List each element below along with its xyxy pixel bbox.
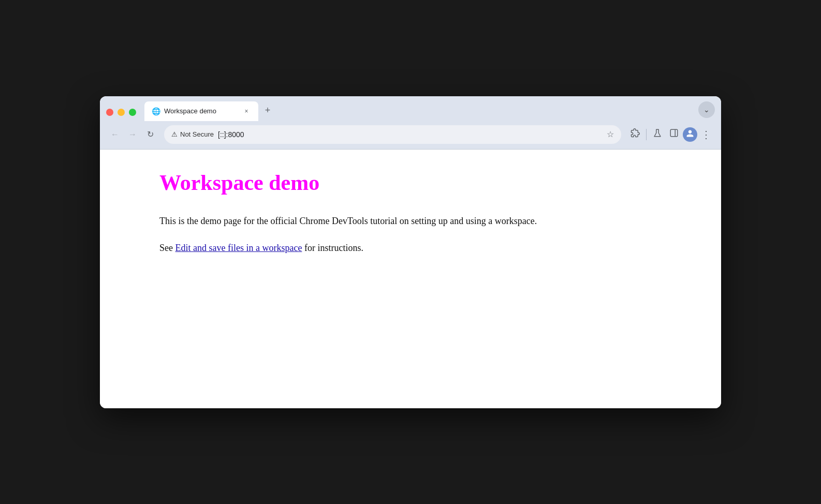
back-button[interactable]: ← [107, 127, 123, 142]
url-text[interactable]: [::]:8000 [218, 130, 603, 139]
reload-button[interactable]: ↻ [142, 127, 158, 142]
bookmark-icon[interactable]: ☆ [607, 129, 614, 139]
page-content: Workspace demo This is the demo page for… [100, 150, 721, 408]
link-suffix: for instructions. [302, 243, 363, 253]
back-icon: ← [111, 130, 119, 139]
sidebar-icon [669, 128, 679, 140]
page-link-paragraph: See Edit and save files in a workspace f… [159, 241, 700, 256]
page-title: Workspace demo [159, 170, 700, 195]
toolbar-divider [646, 129, 647, 140]
new-tab-button[interactable]: + [260, 103, 275, 118]
page-description: This is the demo page for the official C… [159, 214, 700, 229]
lab-icon [653, 128, 662, 140]
minimize-traffic-light[interactable] [118, 109, 125, 116]
security-label: Not Secure [180, 130, 214, 138]
close-traffic-light[interactable] [106, 109, 113, 116]
traffic-lights [106, 109, 136, 121]
active-tab[interactable]: 🌐 Workspace demo × [144, 101, 258, 121]
warning-icon: ⚠ [171, 130, 178, 138]
tab-row: 🌐 Workspace demo × + ⌄ [100, 96, 721, 121]
menu-button[interactable]: ⋮ [698, 127, 714, 142]
link-prefix: See [159, 243, 175, 253]
svg-rect-0 [670, 129, 678, 137]
tab-close-button[interactable]: × [242, 107, 251, 116]
browser-window: 🌐 Workspace demo × + ⌄ ← → ↻ ⚠ [100, 96, 721, 408]
workspace-link[interactable]: Edit and save files in a workspace [175, 243, 302, 253]
address-bar-row: ← → ↻ ⚠ Not Secure [::]:8000 ☆ [100, 121, 721, 149]
extensions-icon [631, 128, 640, 140]
address-bar[interactable]: ⚠ Not Secure [::]:8000 ☆ [164, 125, 621, 144]
profile-button[interactable] [683, 127, 697, 142]
sidebar-button[interactable] [666, 127, 682, 142]
profile-icon [686, 129, 694, 140]
maximize-traffic-light[interactable] [129, 109, 136, 116]
tab-title: Workspace demo [164, 107, 238, 115]
forward-icon: → [128, 130, 137, 139]
reload-icon: ↻ [147, 129, 154, 139]
forward-button[interactable]: → [125, 127, 140, 142]
menu-icon: ⋮ [701, 128, 711, 141]
tab-favicon-icon: 🌐 [152, 107, 160, 115]
extensions-button[interactable] [627, 127, 643, 142]
toolbar-icons: ⋮ [627, 127, 714, 142]
security-indicator: ⚠ Not Secure [171, 130, 214, 138]
tab-dropdown-button[interactable]: ⌄ [698, 101, 715, 118]
title-bar: 🌐 Workspace demo × + ⌄ ← → ↻ ⚠ [100, 96, 721, 149]
lab-button[interactable] [650, 127, 665, 142]
